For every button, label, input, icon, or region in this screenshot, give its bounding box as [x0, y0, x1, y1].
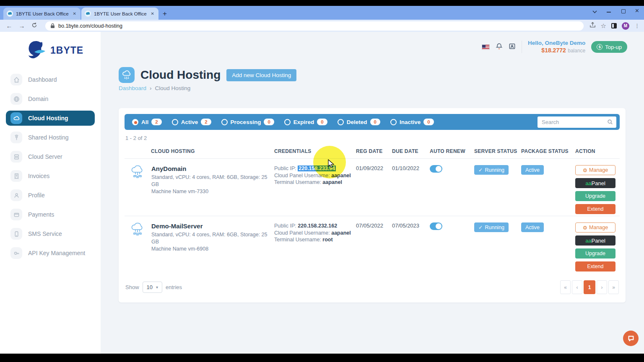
last-page-button[interactable]: »	[608, 280, 619, 294]
breadcrumb: Dashboard › Cloud Hosting	[119, 85, 190, 91]
hosting-name[interactable]: Demo-MailServer	[151, 222, 274, 230]
whale-logo-icon	[23, 39, 50, 61]
aapanel-button[interactable]: aaPanel	[575, 235, 615, 246]
balance-amount: $18.2772	[541, 47, 566, 54]
side-panel-icon[interactable]	[611, 23, 617, 28]
first-page-button[interactable]: «	[560, 280, 571, 294]
tab-close-icon[interactable]: ✕	[72, 11, 77, 16]
filter-label: All	[141, 119, 148, 125]
sidebar-item-dashboard[interactable]: Dashboard	[6, 72, 95, 87]
sidebar-item-sms-service[interactable]: SMS Service	[6, 226, 95, 241]
sidebar-item-payments[interactable]: Payments	[6, 207, 95, 222]
reload-button[interactable]	[29, 22, 39, 29]
browser-tab-2[interactable]: 1BYTE User Back Office ✕	[81, 8, 158, 20]
radio-icon[interactable]	[221, 119, 228, 125]
browser-toolbar: ← → bo.1byte.com/cloud-hosting ☆ M ⋮	[0, 20, 644, 32]
results-summary: 1 - 2 of 2	[125, 135, 619, 141]
filter-all[interactable]: All 2	[132, 119, 162, 125]
wallet-icon	[10, 209, 22, 220]
sidebar-item-domain[interactable]: Domain	[6, 91, 95, 106]
sidebar-item-invoices[interactable]: Invoices	[6, 168, 95, 184]
filter-deleted[interactable]: Deleted 0	[338, 119, 380, 125]
search-input[interactable]	[538, 116, 616, 128]
extend-button[interactable]: Extend	[575, 261, 615, 272]
radio-icon[interactable]	[172, 119, 178, 125]
column-header: CREDENTIALS	[274, 148, 356, 154]
antenna-icon	[10, 132, 22, 143]
auto-renew-toggle[interactable]	[430, 222, 442, 230]
browser-menu-icon[interactable]: ⋮	[634, 23, 640, 29]
share-icon[interactable]	[589, 22, 596, 30]
breadcrumb-dashboard-link[interactable]: Dashboard	[119, 85, 146, 91]
top-up-button[interactable]: $ Top-up	[591, 41, 627, 53]
upgrade-button[interactable]: Upgrade	[575, 248, 615, 259]
sidebar-item-label: Payments	[28, 211, 54, 218]
manage-button[interactable]: ⚙Manage	[575, 222, 615, 233]
public-ip-value[interactable]: 220.158.233.94	[298, 165, 336, 171]
radio-icon[interactable]	[338, 119, 344, 125]
contact-card-icon[interactable]	[509, 43, 516, 52]
column-header: ACTION	[575, 148, 620, 154]
manage-button[interactable]: ⚙Manage	[575, 165, 615, 175]
browser-profile-avatar[interactable]: M	[622, 22, 629, 30]
filter-inactive[interactable]: Inactive 0	[390, 119, 434, 125]
sidebar-item-cloud-server[interactable]: Cloud Server	[6, 149, 95, 164]
brand-logo[interactable]: 1BYTE	[23, 39, 101, 61]
filter-label: Deleted	[347, 119, 367, 125]
radio-selected-icon[interactable]	[132, 119, 138, 125]
tab-favicon	[85, 10, 91, 17]
sidebar-item-label: Domain	[28, 96, 48, 102]
aapanel-button[interactable]: aaPanel	[575, 178, 615, 188]
chat-widget-button[interactable]	[623, 331, 639, 346]
filter-label: Expired	[293, 119, 314, 125]
page-1-button[interactable]: 1	[584, 280, 595, 294]
entries-label: entries	[166, 284, 182, 290]
filter-active[interactable]: Active 2	[172, 119, 211, 125]
filter-expired[interactable]: Expired 0	[284, 119, 327, 125]
window-close-button[interactable]: ✕	[635, 8, 640, 13]
machine-name: Machine Name vm-6908	[151, 246, 274, 253]
auto-renew-toggle[interactable]	[430, 165, 442, 173]
column-header: DUE DATE	[392, 148, 430, 154]
back-button[interactable]: ←	[4, 22, 14, 29]
address-bar[interactable]: bo.1byte.com/cloud-hosting	[45, 21, 584, 31]
page-size-select[interactable]: 10 ▾	[143, 282, 163, 293]
sidebar-item-profile[interactable]: Profile	[6, 188, 95, 203]
sidebar-item-cloud-hosting[interactable]: Cloud Hosting	[6, 111, 95, 126]
upgrade-button[interactable]: Upgrade	[575, 191, 615, 201]
cloud-icon	[10, 112, 22, 124]
bookmark-star-icon[interactable]: ☆	[601, 22, 606, 30]
radio-icon[interactable]	[390, 119, 397, 125]
extend-button[interactable]: Extend	[575, 204, 615, 214]
sidebar-item-label: Dashboard	[28, 76, 57, 83]
tab-close-icon[interactable]: ✕	[150, 11, 155, 16]
chevron-down-icon: ▾	[156, 285, 158, 290]
due-date: 07/05/2023	[392, 216, 430, 274]
filter-label: Processing	[231, 119, 261, 125]
filter-count-badge: 0	[423, 119, 434, 125]
radio-icon[interactable]	[284, 119, 291, 125]
filter-processing[interactable]: Processing 0	[221, 119, 274, 125]
filter-label: Inactive	[400, 119, 421, 125]
forward-button[interactable]: →	[17, 22, 27, 29]
browser-tab-strip: 1BYTE User Back Office ✕ 1BYTE User Back…	[0, 6, 644, 20]
new-tab-button[interactable]: +	[163, 10, 167, 20]
window-restore-button[interactable]	[621, 8, 626, 13]
browser-tab-1[interactable]: 1BYTE User Back Office ✕	[3, 8, 80, 20]
show-label: Show	[125, 284, 139, 290]
notifications-bell-icon[interactable]	[496, 43, 503, 52]
add-cloud-hosting-button[interactable]: Add new Cloud Hosting	[226, 69, 296, 81]
hosting-name[interactable]: AnyDomain	[151, 165, 274, 172]
window-chevron-icon[interactable]	[592, 8, 597, 13]
filter-count-badge: 0	[317, 119, 327, 125]
sidebar-item-shared-hosting[interactable]: Shared Hosting	[6, 130, 95, 145]
window-minimize-button[interactable]	[606, 8, 611, 13]
filter-count-badge: 0	[264, 119, 274, 125]
sidebar-item-label: Profile	[28, 192, 45, 199]
column-header: AUTO RENEW	[430, 148, 474, 154]
gear-icon: ⚙	[583, 225, 587, 231]
us-flag-icon[interactable]	[482, 44, 490, 50]
prev-page-button[interactable]: ‹	[572, 280, 582, 294]
next-page-button[interactable]: ›	[597, 280, 607, 294]
sidebar-item-api-key[interactable]: API Key Management	[6, 246, 95, 261]
